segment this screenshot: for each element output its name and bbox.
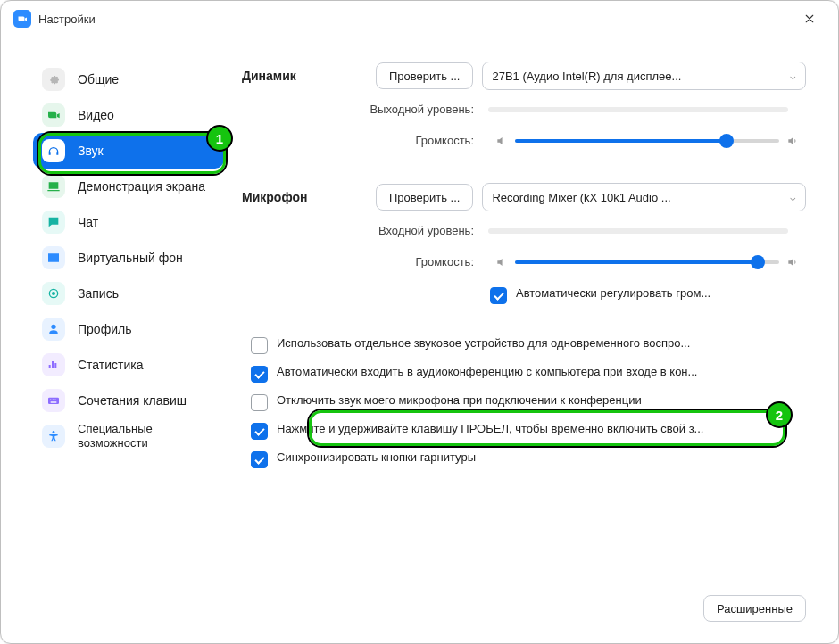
window-title: Настройки xyxy=(38,12,793,26)
mute-mic-label: Отключить звук моего микрофона при подкл… xyxy=(277,393,642,407)
option-space-unmute: Нажмите и удерживайте клавишу ПРОБЕЛ, чт… xyxy=(251,417,802,445)
speaker-volume-label: Громкость: xyxy=(242,134,474,147)
sidebar-item-profile[interactable]: Профиль xyxy=(33,311,224,347)
close-button[interactable] xyxy=(793,3,826,35)
svg-rect-4 xyxy=(53,400,54,400)
sidebar-item-label: Профиль xyxy=(78,322,131,337)
sidebar-item-label: Виртуальный фон xyxy=(78,251,183,266)
sidebar-item-label: Демонстрация экрана xyxy=(78,179,205,194)
app-icon xyxy=(13,10,31,28)
sidebar-item-chat[interactable]: Чат xyxy=(33,204,224,240)
mic-section-label: Микрофон xyxy=(242,190,358,204)
auto-adjust-volume-label: Автоматически регулировать гром... xyxy=(516,286,710,300)
sidebar-item-label: Сочетания клавиш xyxy=(78,393,187,409)
option-headset-sync: Синхронизировать кнопки гарнитуры xyxy=(251,445,802,474)
sidebar-item-label: Общие xyxy=(78,72,119,87)
share-screen-icon xyxy=(42,175,65,198)
headset-sync-label: Синхронизировать кнопки гарнитуры xyxy=(277,450,476,464)
mic-device-dropdown[interactable]: Recording Mixer (kX 10k1 Audio ... ⌵ xyxy=(482,183,806,211)
space-unmute-label: Нажмите и удерживайте клавишу ПРОБЕЛ, чт… xyxy=(277,422,703,435)
test-mic-button[interactable]: Проверить ... xyxy=(376,184,473,211)
volume-high-icon xyxy=(786,256,799,268)
sidebar-item-label: Статистика xyxy=(78,358,144,373)
svg-point-7 xyxy=(53,431,55,433)
volume-high-icon xyxy=(786,135,799,147)
audio-settings-panel: Динамик Проверить ... 27B1 (Аудио Intel(… xyxy=(242,37,838,643)
chevron-down-icon: ⌵ xyxy=(790,192,796,203)
virtual-background-icon xyxy=(42,246,65,269)
svg-rect-6 xyxy=(51,401,57,402)
mute-mic-checkbox[interactable] xyxy=(251,394,268,411)
svg-rect-5 xyxy=(54,400,55,400)
sidebar-item-share[interactable]: Демонстрация экрана xyxy=(33,169,224,204)
headphones-icon xyxy=(42,139,65,162)
volume-low-icon xyxy=(495,135,508,147)
record-icon xyxy=(42,282,65,305)
speaker-section-label: Динамик xyxy=(242,69,358,83)
auto-join-audio-label: Автоматически входить в аудиоконференцию… xyxy=(277,365,697,378)
stats-icon xyxy=(42,353,65,376)
separate-device-checkbox[interactable] xyxy=(251,337,268,354)
sidebar-item-shortcuts[interactable]: Сочетания клавиш xyxy=(33,383,224,418)
mic-volume-label: Громкость: xyxy=(242,255,474,268)
keyboard-icon xyxy=(42,389,65,412)
sidebar-item-statistics[interactable]: Статистика xyxy=(33,347,224,383)
sidebar-item-recording[interactable]: Запись xyxy=(33,276,224,311)
person-icon xyxy=(42,318,65,341)
volume-low-icon xyxy=(495,256,508,268)
chat-icon xyxy=(42,211,65,234)
gear-icon xyxy=(42,68,65,91)
svg-point-1 xyxy=(52,292,55,295)
settings-window: Настройки Общие Видео xyxy=(0,0,839,644)
space-unmute-checkbox[interactable] xyxy=(251,423,268,440)
mic-input-level-meter xyxy=(488,228,788,234)
sidebar-item-accessibility[interactable]: Специальные возможности xyxy=(33,418,224,454)
auto-adjust-volume-checkbox[interactable] xyxy=(490,287,507,304)
test-speaker-button[interactable]: Проверить ... xyxy=(376,62,473,89)
accessibility-icon xyxy=(42,425,65,448)
mic-volume-slider[interactable] xyxy=(515,260,779,264)
option-separate-device: Использовать отдельное звуковое устройст… xyxy=(251,331,802,359)
sidebar-item-general[interactable]: Общие xyxy=(33,62,224,97)
input-level-label: Входной уровень: xyxy=(242,224,474,237)
speaker-output-level-meter xyxy=(488,107,788,112)
speaker-device-value: 27B1 (Аудио Intel(R) для дисплее... xyxy=(492,70,681,83)
sidebar-item-label: Специальные возможности xyxy=(78,422,215,450)
sidebar-item-label: Чат xyxy=(78,215,98,230)
title-bar: Настройки xyxy=(1,1,838,37)
separate-device-label: Использовать отдельное звуковое устройст… xyxy=(277,336,690,350)
sidebar-item-label: Звук xyxy=(78,144,104,159)
sidebar: Общие Видео Звук Демонстрация экрана xyxy=(1,37,242,643)
svg-rect-3 xyxy=(50,400,51,400)
auto-join-audio-checkbox[interactable] xyxy=(251,366,268,383)
sidebar-item-video[interactable]: Видео xyxy=(33,97,224,133)
advanced-button[interactable]: Расширенные xyxy=(703,595,806,622)
sidebar-item-label: Запись xyxy=(78,286,119,301)
speaker-device-dropdown[interactable]: 27B1 (Аудио Intel(R) для дисплее... ⌵ xyxy=(482,62,806,90)
svg-rect-2 xyxy=(48,398,59,404)
option-auto-join-audio: Автоматически входить в аудиоконференцию… xyxy=(251,359,802,388)
option-mute-mic: Отключить звук моего микрофона при подкл… xyxy=(251,388,802,417)
sidebar-item-audio[interactable]: Звук xyxy=(33,133,224,169)
sidebar-item-label: Видео xyxy=(78,108,114,123)
mic-device-value: Recording Mixer (kX 10k1 Audio ... xyxy=(492,191,670,204)
output-level-label: Выходной уровень: xyxy=(242,103,474,116)
speaker-volume-slider[interactable] xyxy=(515,139,779,143)
camera-icon xyxy=(42,103,65,127)
headset-sync-checkbox[interactable] xyxy=(251,451,268,468)
sidebar-item-virtual-bg[interactable]: Виртуальный фон xyxy=(33,240,224,276)
chevron-down-icon: ⌵ xyxy=(790,70,796,82)
